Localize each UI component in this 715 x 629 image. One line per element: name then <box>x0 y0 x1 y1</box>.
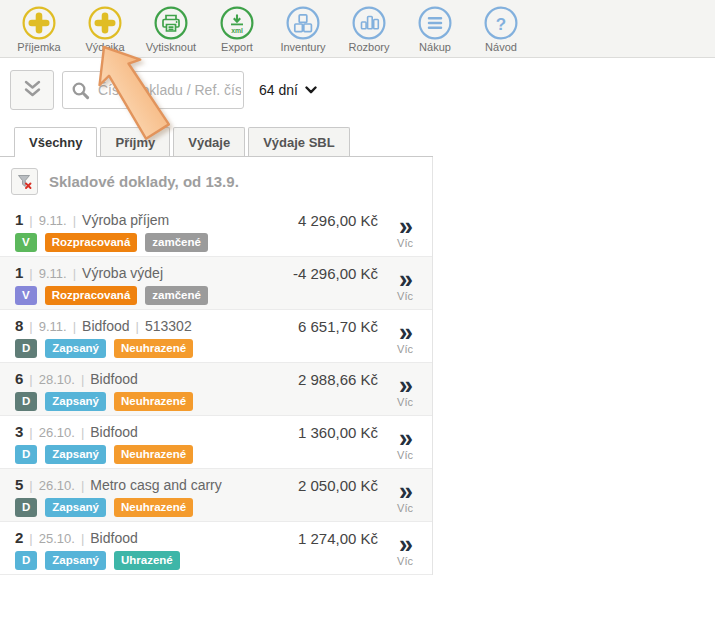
double-chevron-right-icon: » <box>399 427 411 449</box>
doc-title: Bidfood <box>82 318 129 334</box>
toolbar-button-rozbory[interactable]: Rozbory <box>336 6 402 53</box>
separator: | <box>29 213 32 228</box>
status-badge: V <box>15 286 37 305</box>
doc-count: 1 <box>15 211 23 228</box>
menu-lines-icon <box>418 6 452 40</box>
toolbar-button-label: Návod <box>485 41 517 53</box>
badges: VRozpracovanázamčené <box>15 286 378 305</box>
doc-amount: 4 296,00 Kč <box>298 212 378 229</box>
status-badge: zamčené <box>145 233 208 252</box>
doc-date: 9.11. <box>39 266 67 281</box>
status-badge: Zapsaný <box>45 498 106 517</box>
list-header: Skladové doklady, od 13.9. <box>0 157 432 204</box>
double-chevron-right-icon: » <box>399 533 411 555</box>
printer-icon <box>154 6 188 40</box>
document-row[interactable]: 3 | 26.10. | Bidfood DZapsanýNeuhrazené … <box>0 416 432 469</box>
expand-filters-button[interactable] <box>10 70 54 110</box>
clear-filter-button[interactable] <box>11 168 38 195</box>
more-button[interactable]: » Víc <box>378 260 432 309</box>
document-row[interactable]: 1 | 9.11. | Výroba výdej VRozpracovanáza… <box>0 257 432 310</box>
doc-count: 6 <box>15 370 23 387</box>
double-chevron-right-icon: » <box>399 268 411 290</box>
doc-title: Výroba výdej <box>82 265 163 281</box>
documents-panel: Všechny Příjmy Výdaje Výdaje SBL Skladov… <box>0 125 433 575</box>
document-row[interactable]: 8 | 9.11. | Bidfood | 513302 DZapsanýNeu… <box>0 310 432 363</box>
doc-amount: 1 274,00 Kč <box>298 530 378 547</box>
document-row[interactable]: 5 | 26.10. | Metro casg and carry DZapsa… <box>0 469 432 522</box>
separator: | <box>81 372 84 387</box>
status-badge: Neuhrazené <box>114 339 193 358</box>
toolbar-button-navod[interactable]: ? Návod <box>468 6 534 53</box>
status-badge: D <box>15 498 37 517</box>
doc-count: 8 <box>15 317 23 334</box>
document-row[interactable]: 6 | 28.10. | Bidfood DZapsanýNeuhrazené … <box>0 363 432 416</box>
separator: | <box>29 319 32 334</box>
separator: | <box>73 319 76 334</box>
receipt-plus-icon <box>22 6 56 40</box>
more-button[interactable]: » Víc <box>378 366 432 415</box>
separator: | <box>29 266 32 281</box>
doc-date: 28.10. <box>39 372 75 387</box>
status-badge: zamčené <box>145 286 208 305</box>
separator: | <box>73 213 76 228</box>
search-input[interactable] <box>96 81 243 99</box>
inventory-boxes-icon <box>286 6 320 40</box>
doc-amount: -4 296,00 Kč <box>293 265 378 282</box>
toolbar-button-label: Nákup <box>419 41 451 53</box>
more-button[interactable]: » Víc <box>378 207 432 256</box>
more-button[interactable]: » Víc <box>378 472 432 521</box>
document-list: Skladové doklady, od 13.9. 1 | 9.11. | V… <box>0 157 433 575</box>
filter-row: 64 dní <box>0 58 715 111</box>
separator: | <box>73 266 76 281</box>
toolbar-button-inventury[interactable]: Inventury <box>270 6 336 53</box>
separator: | <box>81 478 84 493</box>
badges: DZapsanýNeuhrazené <box>15 392 378 411</box>
status-badge: D <box>15 392 37 411</box>
toolbar: Příjemka Výdejka Vytisknout xml Export I… <box>0 0 715 58</box>
badges: DZapsanýNeuhrazené <box>15 339 378 358</box>
doc-count: 3 <box>15 423 23 440</box>
more-button[interactable]: » Víc <box>378 313 432 362</box>
status-badge: Rozpracovaná <box>45 233 138 252</box>
question-icon: ? <box>484 6 518 40</box>
toolbar-button-label: Export <box>221 41 253 53</box>
toolbar-button-prijemka[interactable]: Příjemka <box>6 6 72 53</box>
status-badge: D <box>15 339 37 358</box>
doc-date: 9.11. <box>39 213 67 228</box>
tab-prijmy[interactable]: Příjmy <box>100 127 170 156</box>
more-label: Víc <box>397 290 413 302</box>
tab-label: Všechny <box>29 135 82 150</box>
svg-text:?: ? <box>496 15 506 34</box>
double-chevron-right-icon: » <box>399 321 411 343</box>
document-row[interactable]: 2 | 25.10. | Bidfood DZapsanýUhrazené 1 … <box>0 522 432 575</box>
badges: DZapsanýNeuhrazené <box>15 445 378 464</box>
toolbar-button-label: Inventury <box>280 41 325 53</box>
toolbar-button-vytisknout[interactable]: Vytisknout <box>138 6 204 53</box>
search-box <box>62 71 244 109</box>
status-badge: D <box>15 551 37 570</box>
status-badge: Rozpracovaná <box>45 286 138 305</box>
period-dropdown[interactable]: 64 dní <box>259 82 317 98</box>
doc-date: 26.10. <box>39 425 75 440</box>
tab-vsechny[interactable]: Všechny <box>14 127 97 157</box>
chevron-down-icon <box>305 86 317 95</box>
more-label: Víc <box>397 449 413 461</box>
document-row[interactable]: 1 | 9.11. | Výroba příjem VRozpracovanáz… <box>0 204 432 257</box>
toolbar-button-nakup[interactable]: Nákup <box>402 6 468 53</box>
doc-count: 2 <box>15 529 23 546</box>
toolbar-button-export[interactable]: xml Export <box>204 6 270 53</box>
toolbar-button-vydejka[interactable]: Výdejka <box>72 6 138 53</box>
more-button[interactable]: » Víc <box>378 419 432 468</box>
separator: | <box>81 425 84 440</box>
doc-amount: 2 988,66 Kč <box>298 371 378 388</box>
status-badge: Neuhrazené <box>114 445 193 464</box>
more-button[interactable]: » Víc <box>378 525 432 574</box>
tab-vydaje[interactable]: Výdaje <box>173 127 245 156</box>
status-badge: Uhrazené <box>114 551 180 570</box>
doc-count: 1 <box>15 264 23 281</box>
status-badge: D <box>15 445 37 464</box>
status-badge: Zapsaný <box>45 551 106 570</box>
doc-date: 26.10. <box>39 478 75 493</box>
tab-vydaje-sbl[interactable]: Výdaje SBL <box>248 127 350 156</box>
separator: | <box>29 478 32 493</box>
